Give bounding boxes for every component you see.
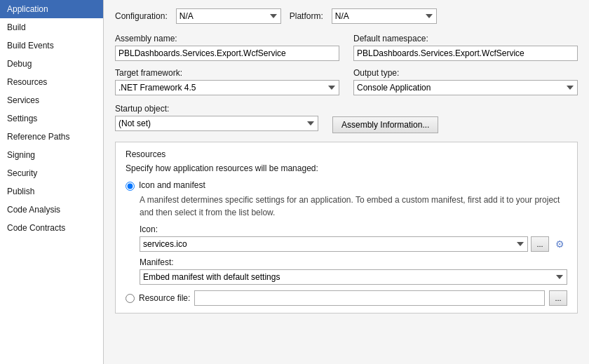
resource-file-radio[interactable] [126,294,135,303]
icon-manifest-label: Icon and manifest [139,180,205,190]
platform-label: Platform: [290,11,323,21]
icon-manifest-section: Icon: services.ico ... ⚙ Manifest: Embed… [140,224,567,285]
gear-icon: ⚙ [552,236,567,252]
sidebar-item-services[interactable]: Services [0,91,103,109]
sidebar-item-security[interactable]: Security [0,164,103,182]
manifest-field: Manifest: Embed manifest with default se… [140,257,567,285]
icon-label: Icon: [140,224,567,234]
icon-select[interactable]: services.ico [140,236,528,252]
sidebar-item-reference-paths[interactable]: Reference Paths [0,128,103,146]
manifest-row: Embed manifest with default settings [140,269,567,285]
icon-browse-button[interactable]: ... [531,236,549,252]
startup-object-label: Startup object: [115,104,318,114]
assembly-name-input[interactable] [115,46,339,61]
icon-row: services.ico ... ⚙ [140,236,567,252]
default-namespace-field: Default namespace: [353,34,578,61]
icon-manifest-description: A manifest determines specific settings … [140,194,567,219]
icon-field: Icon: services.ico ... ⚙ [140,224,567,252]
resources-panel-title: Resources [126,149,567,159]
sidebar-item-code-analysis[interactable]: Code Analysis [0,201,103,219]
manifest-label: Manifest: [140,257,567,267]
target-framework-field: Target framework: .NET Framework 4.5 [115,68,339,95]
sidebar-item-settings[interactable]: Settings [0,109,103,128]
resource-file-browse-button[interactable]: ... [549,290,567,306]
startup-row: Startup object: (Not set) Assembly Infor… [115,104,578,133]
configuration-label: Configuration: [115,11,168,21]
sidebar-item-debug[interactable]: Debug [0,55,103,73]
default-namespace-label: Default namespace: [353,34,578,43]
sidebar-item-resources[interactable]: Resources [0,73,103,91]
target-framework-label: Target framework: [115,68,339,78]
main-content: Configuration: N/A Platform: N/A Assembl… [104,0,589,364]
sidebar-item-build[interactable]: Build [0,18,103,36]
config-row: Configuration: N/A Platform: N/A [115,8,578,24]
resources-description: Specify how application resources will b… [126,163,567,173]
platform-select[interactable]: N/A [332,8,437,24]
output-type-select[interactable]: Console Application [353,80,578,95]
resource-file-row: Resource file: ... [126,290,567,306]
default-namespace-input[interactable] [353,46,578,61]
manifest-select[interactable]: Embed manifest with default settings [140,269,567,285]
startup-object-field: Startup object: (Not set) [115,104,318,131]
resources-panel: Resources Specify how application resour… [115,142,578,314]
sidebar-item-signing[interactable]: Signing [0,146,103,164]
assembly-name-field: Assembly name: [115,34,339,61]
icon-manifest-radio[interactable] [126,182,135,191]
sidebar-item-publish[interactable]: Publish [0,182,103,201]
assembly-name-label: Assembly name: [115,34,339,43]
sidebar: Application Build Build Events Debug Res… [0,0,104,364]
sidebar-item-code-contracts[interactable]: Code Contracts [0,219,103,237]
resource-file-input[interactable] [194,290,545,306]
resource-file-label: Resource file: [139,293,190,303]
target-framework-select[interactable]: .NET Framework 4.5 [115,80,339,95]
startup-object-select[interactable]: (Not set) [115,116,318,131]
form-grid-top: Assembly name: Default namespace: Target… [115,34,578,95]
sidebar-item-build-events[interactable]: Build Events [0,36,103,55]
output-type-field: Output type: Console Application [353,68,578,95]
assembly-information-button[interactable]: Assembly Information... [332,116,438,133]
configuration-select[interactable]: N/A [176,8,281,24]
output-type-label: Output type: [353,68,578,78]
sidebar-item-application[interactable]: Application [0,0,103,18]
icon-manifest-option: Icon and manifest [126,180,567,191]
